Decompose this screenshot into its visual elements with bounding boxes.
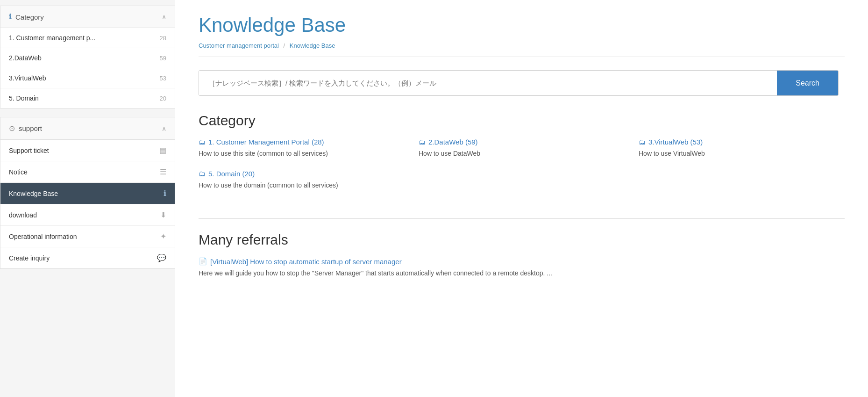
category-desc-1: How to use DataWeb	[419, 149, 625, 159]
support-section-header[interactable]: ⊙ support ∧	[0, 117, 175, 140]
category-chevron-icon: ∧	[162, 13, 166, 21]
category-header-left: ℹ Category	[9, 13, 44, 21]
referral-label-0: [VirtualWeb] How to stop automatic start…	[210, 258, 402, 266]
page-title: Knowledge Base	[199, 14, 845, 36]
sidebar-item-create-inquiry[interactable]: Create inquiry 💬	[0, 247, 175, 268]
support-header-label: support	[19, 124, 42, 132]
operational-icon: ✦	[160, 232, 166, 241]
sidebar-item-count: 20	[160, 95, 166, 102]
support-section: ⊙ support ∧ Support ticket ▤ Notice ☰ Kn…	[0, 117, 175, 269]
category-desc-2: How to use VirtualWeb	[639, 149, 845, 159]
search-button[interactable]: Search	[777, 71, 838, 95]
category-label-1: 2.DataWeb (59)	[428, 138, 478, 146]
category-item-0: 🗂 1. Customer Management Portal (28) How…	[199, 138, 405, 159]
sidebar-item-count: 28	[160, 35, 166, 42]
sidebar-item-label: Create inquiry	[9, 254, 50, 262]
sidebar-item-label: 5. Domain	[9, 94, 39, 102]
category-heading: Category	[199, 113, 845, 129]
breadcrumb-current-link[interactable]: Knowledge Base	[290, 42, 335, 49]
referrals-heading: Many referrals	[199, 232, 845, 248]
search-input[interactable]	[199, 71, 777, 95]
doc-icon-0: 📄	[199, 257, 207, 266]
breadcrumb-separator: /	[284, 42, 285, 49]
sidebar-item-label: download	[9, 211, 37, 219]
category-item-3: 🗂 5. Domain (20) How to use the domain (…	[199, 170, 405, 190]
category-header-label: Category	[15, 13, 44, 21]
folder-icon-2: 🗂	[639, 138, 646, 146]
breadcrumb-home-link[interactable]: Customer management portal	[199, 42, 279, 49]
download-icon: ⬇	[160, 210, 166, 219]
category-desc-3: How to use the domain (common to all ser…	[199, 180, 405, 190]
sidebar: ℹ Category ∧ 1. Customer management p...…	[0, 0, 175, 397]
support-header-left: ⊙ support	[9, 124, 42, 133]
folder-icon-0: 🗂	[199, 138, 206, 146]
category-desc-0: How to use this site (common to all serv…	[199, 149, 405, 159]
folder-icon-1: 🗂	[419, 138, 426, 146]
folder-icon-3: 🗂	[199, 170, 206, 178]
category-label-0: 1. Customer Management Portal (28)	[208, 138, 324, 146]
sidebar-item-label: 2.DataWeb	[9, 54, 42, 62]
sidebar-item-count: 53	[160, 75, 166, 82]
category-item-2: 🗂 3.VirtualWeb (53) How to use VirtualWe…	[639, 138, 845, 159]
category-link-3[interactable]: 🗂 5. Domain (20)	[199, 170, 405, 178]
sidebar-item-label: 1. Customer management p...	[9, 34, 95, 42]
sidebar-item-knowledge-base[interactable]: Knowledge Base ℹ	[0, 183, 175, 204]
referrals-section: Many referrals 📄 [VirtualWeb] How to sto…	[199, 218, 845, 278]
category-grid: 🗂 1. Customer Management Portal (28) How…	[199, 138, 845, 202]
sidebar-item-label: Support ticket	[9, 147, 49, 154]
category-section-header[interactable]: ℹ Category ∧	[0, 6, 175, 28]
ticket-icon: ▤	[159, 146, 166, 155]
sidebar-item-label: Operational information	[9, 233, 77, 240]
inquiry-icon: 💬	[157, 253, 166, 262]
sidebar-item-download[interactable]: download ⬇	[0, 204, 175, 226]
sidebar-item-domain[interactable]: 5. Domain 20	[0, 88, 175, 108]
sidebar-item-customer-mgmt[interactable]: 1. Customer management p... 28	[0, 28, 175, 48]
main-content: Knowledge Base Customer management porta…	[175, 0, 868, 397]
search-bar: Search	[199, 70, 839, 96]
notice-icon: ☰	[160, 167, 166, 176]
category-label-3: 5. Domain (20)	[208, 170, 255, 178]
category-link-2[interactable]: 🗂 3.VirtualWeb (53)	[639, 138, 845, 146]
breadcrumb: Customer management portal / Knowledge B…	[199, 42, 845, 57]
sidebar-item-label: Knowledge Base	[9, 190, 58, 197]
support-chevron-icon: ∧	[162, 125, 166, 132]
category-link-1[interactable]: 🗂 2.DataWeb (59)	[419, 138, 625, 146]
sidebar-item-label: Notice	[9, 168, 28, 176]
support-icon: ⊙	[9, 124, 15, 133]
category-link-0[interactable]: 🗂 1. Customer Management Portal (28)	[199, 138, 405, 146]
sidebar-item-notice[interactable]: Notice ☰	[0, 161, 175, 183]
sidebar-item-support-ticket[interactable]: Support ticket ▤	[0, 140, 175, 161]
sidebar-item-virtualweb[interactable]: 3.VirtualWeb 53	[0, 68, 175, 88]
sidebar-item-dataweb[interactable]: 2.DataWeb 59	[0, 48, 175, 68]
info-icon: ℹ	[9, 13, 12, 21]
category-item-1: 🗂 2.DataWeb (59) How to use DataWeb	[419, 138, 625, 159]
sidebar-item-operational-info[interactable]: Operational information ✦	[0, 226, 175, 247]
referral-desc-0: Here we will guide you how to stop the "…	[199, 268, 845, 278]
sidebar-item-label: 3.VirtualWeb	[9, 74, 46, 82]
category-section: ℹ Category ∧ 1. Customer management p...…	[0, 6, 175, 108]
category-label-2: 3.VirtualWeb (53)	[648, 138, 703, 146]
referral-link-0[interactable]: 📄 [VirtualWeb] How to stop automatic sta…	[199, 257, 845, 266]
referral-item-0: 📄 [VirtualWeb] How to stop automatic sta…	[199, 257, 845, 278]
sidebar-item-count: 59	[160, 55, 166, 62]
knowledge-base-icon: ℹ	[164, 189, 166, 198]
